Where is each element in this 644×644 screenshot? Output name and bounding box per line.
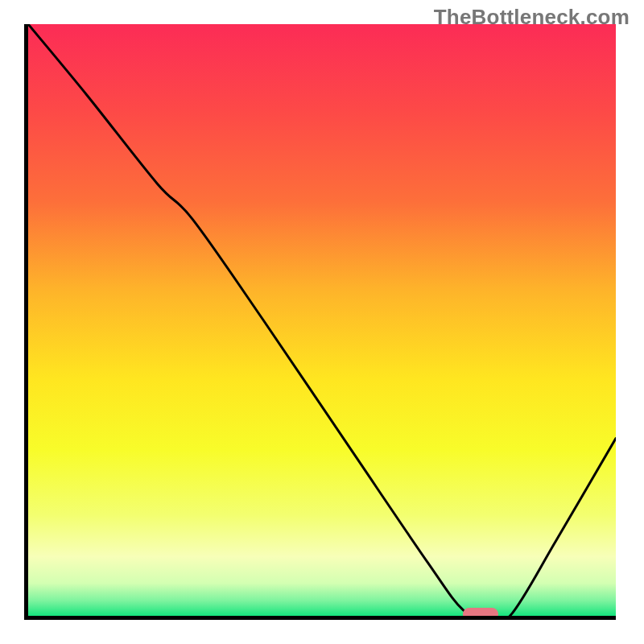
optimal-marker [463,608,498,616]
plot-area [28,24,616,616]
y-axis [24,24,28,620]
watermark-text: TheBottleneck.com [434,5,630,30]
x-axis [24,616,616,620]
bottleneck-curve [28,24,616,616]
chart-container: TheBottleneck.com [0,0,644,644]
